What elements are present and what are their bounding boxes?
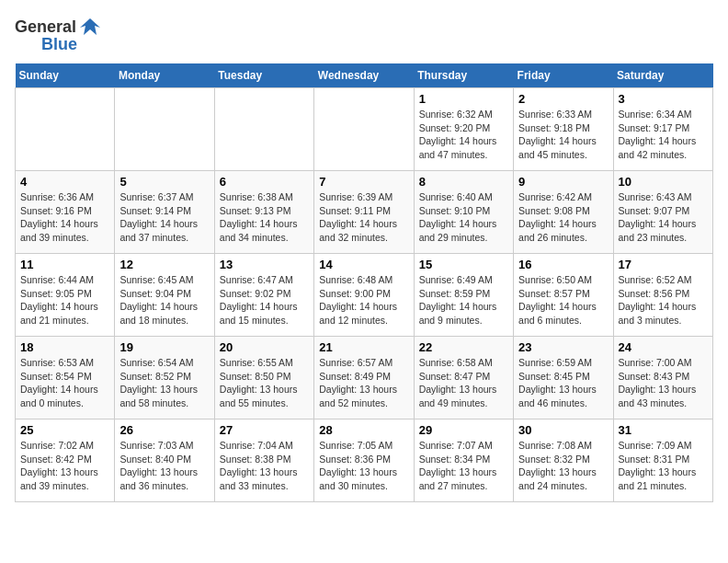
- calendar-cell: 6Sunrise: 6:38 AM Sunset: 9:13 PM Daylig…: [214, 171, 313, 254]
- day-number: 6: [220, 175, 309, 189]
- day-info: Sunrise: 6:44 AM Sunset: 9:05 PM Dayligh…: [20, 273, 109, 327]
- logo: General Blue: [15, 15, 104, 54]
- day-info: Sunrise: 6:57 AM Sunset: 8:49 PM Dayligh…: [319, 356, 408, 410]
- day-number: 29: [419, 423, 508, 437]
- day-number: 8: [419, 175, 508, 189]
- calendar-cell: 1Sunrise: 6:32 AM Sunset: 9:20 PM Daylig…: [414, 88, 513, 171]
- day-number: 27: [220, 423, 309, 437]
- day-info: Sunrise: 7:09 AM Sunset: 8:31 PM Dayligh…: [619, 439, 708, 493]
- calendar-week-5: 25Sunrise: 7:02 AM Sunset: 8:42 PM Dayli…: [16, 419, 713, 502]
- day-info: Sunrise: 6:39 AM Sunset: 9:11 PM Dayligh…: [319, 190, 408, 245]
- day-header-monday: Monday: [115, 63, 214, 88]
- day-number: 31: [619, 423, 708, 437]
- calendar-cell: 24Sunrise: 7:00 AM Sunset: 8:43 PM Dayli…: [613, 337, 712, 419]
- calendar-cell: [314, 88, 414, 171]
- calendar-cell: 27Sunrise: 7:04 AM Sunset: 8:38 PM Dayli…: [214, 419, 313, 502]
- day-header-wednesday: Wednesday: [314, 63, 414, 88]
- calendar-cell: [16, 88, 115, 171]
- calendar-table: SundayMondayTuesdayWednesdayThursdayFrid…: [15, 63, 713, 502]
- day-info: Sunrise: 6:49 AM Sunset: 8:59 PM Dayligh…: [419, 273, 508, 327]
- calendar-cell: 29Sunrise: 7:07 AM Sunset: 8:34 PM Dayli…: [414, 419, 513, 502]
- day-info: Sunrise: 6:54 AM Sunset: 8:52 PM Dayligh…: [119, 356, 209, 410]
- calendar-cell: 31Sunrise: 7:09 AM Sunset: 8:31 PM Dayli…: [613, 419, 712, 502]
- day-info: Sunrise: 6:50 AM Sunset: 8:57 PM Dayligh…: [518, 273, 608, 327]
- calendar-cell: 17Sunrise: 6:52 AM Sunset: 8:56 PM Dayli…: [613, 254, 712, 337]
- day-number: 17: [619, 258, 708, 271]
- day-number: 13: [220, 258, 309, 271]
- svg-marker-0: [80, 18, 100, 35]
- calendar-cell: 14Sunrise: 6:48 AM Sunset: 9:00 PM Dayli…: [314, 254, 414, 337]
- day-info: Sunrise: 6:40 AM Sunset: 9:10 PM Dayligh…: [419, 190, 508, 245]
- day-number: 20: [220, 340, 309, 354]
- day-info: Sunrise: 7:03 AM Sunset: 8:40 PM Dayligh…: [119, 439, 209, 493]
- day-info: Sunrise: 6:59 AM Sunset: 8:45 PM Dayligh…: [518, 356, 608, 410]
- day-number: 11: [20, 258, 109, 271]
- day-number: 16: [518, 258, 608, 271]
- day-number: 10: [619, 175, 708, 189]
- day-header-friday: Friday: [514, 63, 613, 88]
- day-number: 12: [119, 258, 209, 271]
- day-info: Sunrise: 7:00 AM Sunset: 8:43 PM Dayligh…: [619, 356, 708, 410]
- day-number: 19: [119, 340, 209, 354]
- logo-bird-icon: [78, 15, 102, 39]
- calendar-cell: 15Sunrise: 6:49 AM Sunset: 8:59 PM Dayli…: [414, 254, 513, 337]
- day-number: 26: [119, 423, 209, 437]
- day-info: Sunrise: 6:42 AM Sunset: 9:08 PM Dayligh…: [518, 190, 608, 245]
- day-info: Sunrise: 6:53 AM Sunset: 8:54 PM Dayligh…: [20, 356, 109, 410]
- day-number: 23: [518, 340, 608, 354]
- day-number: 5: [119, 175, 209, 189]
- day-info: Sunrise: 7:07 AM Sunset: 8:34 PM Dayligh…: [419, 439, 508, 493]
- day-number: 7: [319, 175, 408, 189]
- day-info: Sunrise: 6:55 AM Sunset: 8:50 PM Dayligh…: [220, 356, 309, 410]
- calendar-cell: 10Sunrise: 6:43 AM Sunset: 9:07 PM Dayli…: [613, 171, 712, 254]
- day-info: Sunrise: 6:45 AM Sunset: 9:04 PM Dayligh…: [119, 273, 209, 327]
- day-info: Sunrise: 6:52 AM Sunset: 8:56 PM Dayligh…: [619, 273, 708, 327]
- day-number: 15: [419, 258, 508, 271]
- calendar-cell: 11Sunrise: 6:44 AM Sunset: 9:05 PM Dayli…: [16, 254, 115, 337]
- page-header: General Blue: [15, 15, 713, 54]
- calendar-cell: 16Sunrise: 6:50 AM Sunset: 8:57 PM Dayli…: [514, 254, 613, 337]
- day-number: 28: [319, 423, 408, 437]
- calendar-cell: 8Sunrise: 6:40 AM Sunset: 9:10 PM Daylig…: [414, 171, 513, 254]
- calendar-cell: [214, 88, 313, 171]
- day-header-sunday: Sunday: [16, 63, 115, 88]
- calendar-cell: 30Sunrise: 7:08 AM Sunset: 8:32 PM Dayli…: [514, 419, 613, 502]
- day-header-saturday: Saturday: [613, 63, 712, 88]
- day-info: Sunrise: 6:58 AM Sunset: 8:47 PM Dayligh…: [419, 356, 508, 410]
- logo-general-text: General: [15, 17, 76, 37]
- day-info: Sunrise: 7:02 AM Sunset: 8:42 PM Dayligh…: [20, 439, 109, 493]
- calendar-cell: 4Sunrise: 6:36 AM Sunset: 9:16 PM Daylig…: [16, 171, 115, 254]
- calendar-cell: 20Sunrise: 6:55 AM Sunset: 8:50 PM Dayli…: [214, 337, 313, 419]
- day-info: Sunrise: 6:47 AM Sunset: 9:02 PM Dayligh…: [220, 273, 309, 327]
- day-number: 14: [319, 258, 408, 271]
- calendar-cell: 18Sunrise: 6:53 AM Sunset: 8:54 PM Dayli…: [16, 337, 115, 419]
- day-header-thursday: Thursday: [414, 63, 513, 88]
- calendar-cell: 5Sunrise: 6:37 AM Sunset: 9:14 PM Daylig…: [115, 171, 214, 254]
- day-number: 24: [619, 340, 708, 354]
- calendar-cell: 3Sunrise: 6:34 AM Sunset: 9:17 PM Daylig…: [613, 88, 712, 171]
- days-header-row: SundayMondayTuesdayWednesdayThursdayFrid…: [16, 63, 713, 88]
- calendar-cell: 12Sunrise: 6:45 AM Sunset: 9:04 PM Dayli…: [115, 254, 214, 337]
- day-info: Sunrise: 6:37 AM Sunset: 9:14 PM Dayligh…: [119, 190, 209, 245]
- calendar-week-4: 18Sunrise: 6:53 AM Sunset: 8:54 PM Dayli…: [16, 337, 713, 419]
- calendar-cell: 9Sunrise: 6:42 AM Sunset: 9:08 PM Daylig…: [514, 171, 613, 254]
- calendar-cell: 22Sunrise: 6:58 AM Sunset: 8:47 PM Dayli…: [414, 337, 513, 419]
- day-info: Sunrise: 6:43 AM Sunset: 9:07 PM Dayligh…: [619, 190, 708, 245]
- calendar-week-1: 1Sunrise: 6:32 AM Sunset: 9:20 PM Daylig…: [16, 88, 713, 171]
- day-info: Sunrise: 6:36 AM Sunset: 9:16 PM Dayligh…: [20, 190, 109, 245]
- day-number: 30: [518, 423, 608, 437]
- calendar-cell: 23Sunrise: 6:59 AM Sunset: 8:45 PM Dayli…: [514, 337, 613, 419]
- day-number: 18: [20, 340, 109, 354]
- calendar-cell: 7Sunrise: 6:39 AM Sunset: 9:11 PM Daylig…: [314, 171, 414, 254]
- day-info: Sunrise: 6:32 AM Sunset: 9:20 PM Dayligh…: [419, 108, 508, 162]
- day-number: 22: [419, 340, 508, 354]
- calendar-cell: 26Sunrise: 7:03 AM Sunset: 8:40 PM Dayli…: [115, 419, 214, 502]
- day-number: 4: [20, 175, 109, 189]
- logo-blue-text: Blue: [41, 35, 77, 54]
- calendar-cell: 25Sunrise: 7:02 AM Sunset: 8:42 PM Dayli…: [16, 419, 115, 502]
- day-number: 1: [419, 92, 508, 106]
- day-info: Sunrise: 6:34 AM Sunset: 9:17 PM Dayligh…: [619, 108, 708, 162]
- day-info: Sunrise: 6:33 AM Sunset: 9:18 PM Dayligh…: [518, 108, 608, 162]
- calendar-cell: 19Sunrise: 6:54 AM Sunset: 8:52 PM Dayli…: [115, 337, 214, 419]
- calendar-week-3: 11Sunrise: 6:44 AM Sunset: 9:05 PM Dayli…: [16, 254, 713, 337]
